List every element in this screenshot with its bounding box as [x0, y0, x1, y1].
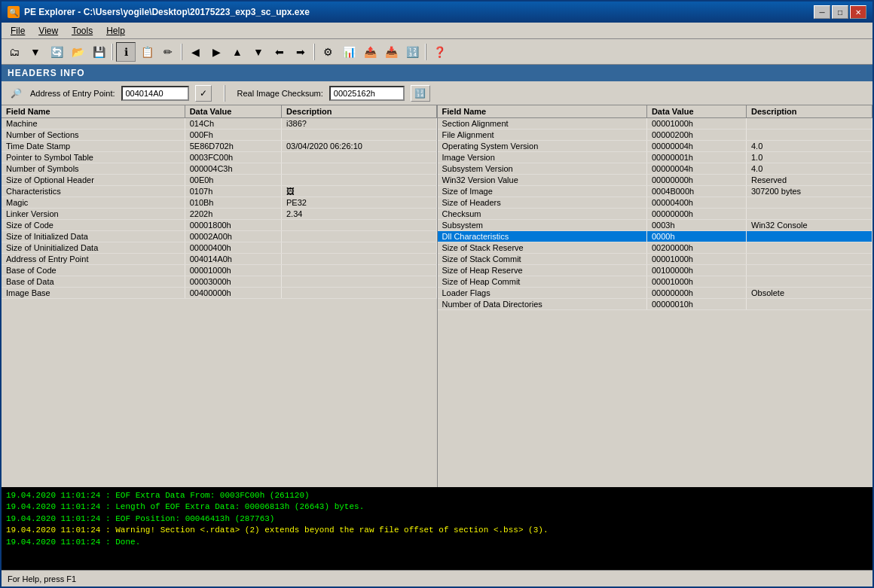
toolbar-up[interactable]: ▲: [228, 42, 247, 62]
description: [281, 152, 436, 163]
toolbar-export[interactable]: 📤: [360, 42, 380, 62]
description: 2.34: [281, 209, 436, 220]
toolbar-copy[interactable]: 📋: [137, 42, 157, 62]
data-value: 0003h: [646, 220, 746, 231]
minimize-button[interactable]: ─: [814, 5, 830, 19]
data-value: 00000000h: [646, 175, 746, 186]
toolbar-edit[interactable]: ✏: [158, 42, 178, 62]
toolbar-separator-4: [425, 44, 426, 60]
table-row[interactable]: Number of Data Directories 00000010h: [438, 299, 872, 310]
table-row[interactable]: Size of Uninitialized Data 00000400h: [2, 242, 436, 254]
maximize-button[interactable]: □: [832, 5, 848, 19]
toolbar-save[interactable]: 💾: [89, 42, 108, 62]
table-row[interactable]: Address of Entry Point 004014A0h: [2, 254, 436, 265]
description: [281, 163, 436, 175]
close-button[interactable]: ✕: [850, 5, 866, 19]
toolbar-left[interactable]: ⬅: [270, 42, 289, 62]
menu-view[interactable]: View: [32, 24, 64, 38]
toolbar-hex[interactable]: 🔢: [402, 42, 422, 62]
table-row[interactable]: File Alignment 00000200h: [438, 129, 872, 141]
description: [747, 197, 872, 209]
table-row[interactable]: Size of Stack Reserve 00200000h: [438, 242, 872, 254]
log-line: 19.04.2020 11:01:24 : Warning! Section <…: [6, 525, 868, 536]
field-name: Size of Code: [2, 220, 185, 231]
toolbar-settings[interactable]: ⚙: [318, 42, 338, 62]
description: [747, 242, 872, 254]
table-row[interactable]: Operating System Version 00000004h 4.0: [438, 141, 872, 152]
table-row[interactable]: Machine 014Ch i386?: [2, 118, 436, 129]
checksum-calculate-button[interactable]: 🔢: [411, 85, 430, 102]
checksum-input[interactable]: [329, 86, 405, 101]
table-row[interactable]: Size of Stack Commit 00001000h: [438, 254, 872, 265]
table-row[interactable]: Time Date Stamp 5E86D702h 03/04/2020 06:…: [2, 141, 436, 152]
table-row[interactable]: Size of Optional Header 00E0h: [2, 175, 436, 186]
right-col-field: Field Name: [438, 105, 647, 118]
description: 4.0: [747, 141, 872, 152]
app-window: 🔍 PE Explorer - C:\Users\yogile\Desktop\…: [0, 0, 874, 588]
data-value: 00000001h: [646, 152, 746, 163]
table-row[interactable]: Section Alignment 00001000h: [438, 118, 872, 129]
table-row[interactable]: Dll Characteristics 0000h: [438, 231, 872, 242]
address-input[interactable]: [121, 86, 189, 101]
description: 307200 bytes: [747, 186, 872, 197]
toolbar-stack[interactable]: 📊: [339, 42, 359, 62]
field-name: Dll Characteristics: [438, 231, 647, 242]
table-row[interactable]: Image Version 00000001h 1.0: [438, 152, 872, 163]
toolbar-right[interactable]: ➡: [291, 42, 310, 62]
table-row[interactable]: Size of Headers 00000400h: [438, 197, 872, 209]
toolbar-open[interactable]: 📂: [68, 42, 87, 62]
toolbar-refresh[interactable]: 🔄: [47, 42, 66, 62]
table-row[interactable]: Image Base 00400000h: [2, 288, 436, 299]
main-content: Field Name Data Value Description Machin…: [2, 105, 872, 487]
toolbar-new[interactable]: 🗂: [5, 42, 24, 62]
address-apply-button[interactable]: ✓: [195, 85, 212, 102]
left-table-body: Machine 014Ch i386? Number of Sections 0…: [2, 118, 436, 299]
window-title: PE Explorer - C:\Users\yogile\Desktop\20…: [24, 7, 310, 17]
table-row[interactable]: Size of Initialized Data 00002A00h: [2, 231, 436, 242]
table-row[interactable]: Win32 Version Value 00000000h Reserved: [438, 175, 872, 186]
toolbar-forward[interactable]: ▶: [206, 42, 226, 62]
description: [747, 299, 872, 310]
table-row[interactable]: Size of Code 00001800h: [2, 220, 436, 231]
description: [747, 254, 872, 265]
app-icon: 🔍: [8, 6, 20, 18]
data-value: 00100000h: [646, 265, 746, 276]
toolbar-info[interactable]: ℹ: [116, 42, 136, 62]
description: [747, 276, 872, 288]
toolbar-import[interactable]: 📥: [381, 42, 401, 62]
status-text: For Help, press F1: [8, 574, 76, 583]
table-row[interactable]: Characteristics 0107h 🖼: [2, 186, 436, 197]
toolbar-separator-2: [181, 44, 182, 60]
table-row[interactable]: Subsystem 0003h Win32 Console: [438, 220, 872, 231]
toolbar-dropdown[interactable]: ▼: [26, 42, 45, 62]
table-row[interactable]: Number of Sections 000Fh: [2, 129, 436, 141]
data-value: 00000000h: [646, 288, 746, 299]
menu-help[interactable]: Help: [100, 24, 131, 38]
table-row[interactable]: Subsystem Version 00000004h 4.0: [438, 163, 872, 175]
entry-icon-button[interactable]: 🔎: [8, 85, 24, 102]
left-table: Field Name Data Value Description Machin…: [2, 105, 437, 299]
table-row[interactable]: Size of Image 0004B000h 307200 bytes: [438, 186, 872, 197]
toolbar-down[interactable]: ▼: [249, 42, 268, 62]
table-row[interactable]: Magic 010Bh PE32: [2, 197, 436, 209]
table-row[interactable]: Pointer to Symbol Table 0003FC00h: [2, 152, 436, 163]
field-name: Address of Entry Point: [2, 254, 185, 265]
table-row[interactable]: Size of Heap Commit 00001000h: [438, 276, 872, 288]
field-name: Base of Data: [2, 276, 185, 288]
table-row[interactable]: Linker Version 2202h 2.34: [2, 209, 436, 220]
table-row[interactable]: Loader Flags 00000000h Obsolete: [438, 288, 872, 299]
description: 4.0: [747, 163, 872, 175]
title-bar: 🔍 PE Explorer - C:\Users\yogile\Desktop\…: [2, 2, 872, 23]
table-row[interactable]: Base of Code 00001000h: [2, 265, 436, 276]
toolbar-back[interactable]: ◀: [185, 42, 205, 62]
table-row[interactable]: Size of Heap Reserve 00100000h: [438, 265, 872, 276]
field-name: Size of Stack Reserve: [438, 242, 647, 254]
table-row[interactable]: Base of Data 00003000h: [2, 276, 436, 288]
toolbar-help[interactable]: ❓: [429, 42, 449, 62]
table-row[interactable]: Number of Symbols 000004C3h: [2, 163, 436, 175]
headers-info-label: HEADERS INFO: [8, 68, 85, 78]
description: [281, 220, 436, 231]
menu-file[interactable]: File: [5, 24, 31, 38]
menu-tools[interactable]: Tools: [66, 24, 99, 38]
table-row[interactable]: Checksum 00000000h: [438, 209, 872, 220]
